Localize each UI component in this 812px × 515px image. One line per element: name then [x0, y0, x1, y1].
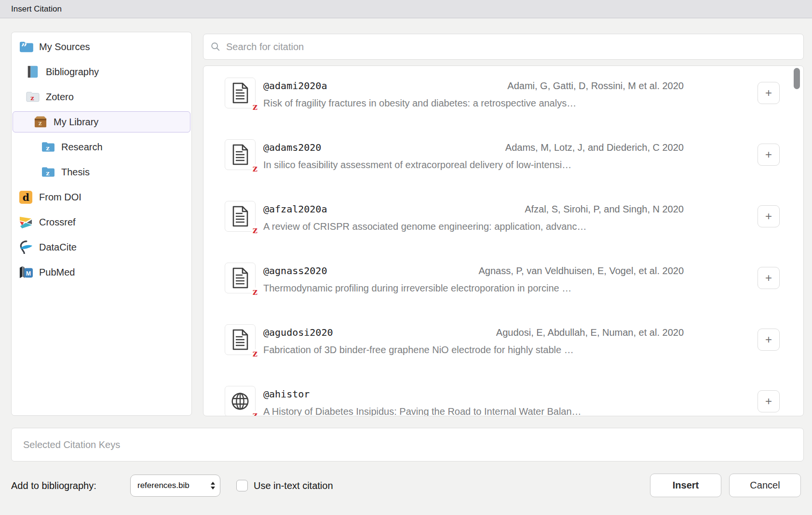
zotero-badge-icon: z: [252, 226, 258, 234]
search-icon: [210, 41, 221, 52]
citation-key: @agudosi2020: [263, 327, 333, 338]
citation-key: @afzal2020a: [263, 203, 327, 215]
citation-list: z@adami2020aAdami, G, Gatti, D, Rossini,…: [203, 66, 804, 416]
add-to-bibliography-label: Add to bibliography:: [11, 474, 96, 498]
dialog-title: Insert Citation: [11, 4, 62, 14]
svg-text:z: z: [46, 145, 49, 152]
add-citation-button[interactable]: +: [758, 267, 780, 289]
sidebar-item-my-sources[interactable]: ”My Sources: [13, 36, 190, 57]
document-icon: z: [225, 78, 256, 108]
sidebar-item-thesis[interactable]: zThesis: [13, 161, 190, 183]
collection-icon: z: [41, 165, 55, 179]
zotero-badge-icon: z: [252, 164, 258, 172]
collection-icon: z: [41, 140, 55, 154]
zotero-icon: z: [25, 90, 40, 104]
bibliography-file-value: references.bib: [137, 481, 189, 490]
sidebar-item-datacite[interactable]: DataCite: [13, 237, 190, 258]
sidebar-item-bibliography[interactable]: Bibliography: [13, 61, 190, 82]
add-citation-button[interactable]: +: [758, 390, 780, 412]
sidebar-item-label: Zotero: [46, 92, 74, 103]
sidebar-item-label: Bibliography: [46, 66, 99, 78]
use-intext-citation-checkbox[interactable]: [236, 480, 248, 491]
sidebar-item-my-library[interactable]: zMy Library: [13, 111, 190, 132]
my-library-icon: z: [33, 115, 48, 129]
zotero-badge-icon: z: [252, 411, 258, 416]
citation-authors: Agudosi, E, Abdullah, E, Numan, et al. 2…: [496, 327, 684, 338]
bibliography-file-select[interactable]: references.bib: [130, 475, 220, 497]
citation-key: @adami2020a: [263, 80, 327, 92]
add-citation-button[interactable]: +: [758, 82, 780, 104]
select-arrows-icon: [210, 481, 216, 490]
search-input[interactable]: [225, 41, 797, 53]
my-sources-icon: ”: [18, 40, 33, 54]
sidebar-item-crossref[interactable]: Crossref: [13, 211, 190, 233]
citation-key: @adams2020: [263, 142, 321, 153]
crossref-icon: [18, 215, 33, 229]
svg-text:d: d: [23, 192, 29, 203]
zotero-badge-icon: z: [252, 349, 258, 357]
citation-title: Risk of fragility fractures in obesity a…: [263, 98, 692, 109]
svg-text:M: M: [26, 270, 31, 277]
document-icon: z: [225, 324, 256, 355]
sidebar-item-label: My Sources: [39, 41, 90, 53]
add-citation-button[interactable]: +: [758, 329, 780, 351]
bibliography-icon: [25, 65, 40, 79]
document-icon: z: [225, 139, 256, 170]
add-citation-button[interactable]: +: [758, 205, 780, 227]
citation-row: z@afzal2020aAfzal, S, Sirohi, P, and Sin…: [203, 201, 804, 232]
sidebar-item-label: From DOI: [39, 192, 81, 203]
globe-icon: z: [225, 386, 256, 416]
svg-text:z: z: [38, 120, 41, 127]
citation-authors: Adams, M, Lotz, J, and Diederich, C 2020: [505, 142, 684, 153]
citation-title: Thermodynamic profiling during irreversi…: [263, 283, 692, 294]
selected-citation-keys-field[interactable]: [11, 428, 804, 462]
use-intext-citation-label: Use in-text citation: [254, 474, 333, 498]
citation-title: Fabrication of 3D binder-free graphene N…: [263, 344, 692, 356]
svg-text:z: z: [46, 170, 49, 177]
sidebar-item-from-doi[interactable]: dFrom DOI: [13, 186, 190, 208]
sidebar-item-pubmed[interactable]: MPubMed: [13, 262, 190, 283]
dialog-titlebar: Insert Citation: [0, 0, 812, 18]
citation-key: @ahistor: [263, 388, 310, 400]
document-icon: z: [225, 263, 256, 293]
svg-text:”: ”: [21, 41, 27, 53]
citation-key: @agnass2020: [263, 265, 327, 277]
selected-citation-keys-input[interactable]: [22, 439, 793, 451]
sidebar-item-label: PubMed: [39, 267, 75, 278]
sources-sidebar: ”My SourcesBibliographyzZoterozMy Librar…: [11, 32, 192, 416]
svg-text:z: z: [30, 94, 34, 102]
citation-row: z@agnass2020Agnass, P, van Veldhuisen, E…: [203, 263, 804, 293]
cancel-button[interactable]: Cancel: [729, 474, 801, 497]
citation-authors: Agnass, P, van Veldhuisen, E, Vogel, et …: [479, 265, 684, 277]
citation-row: z@ahistorA History of Diabetes Insipidus…: [203, 386, 804, 416]
citation-authors: Afzal, S, Sirohi, P, and Singh, N 2020: [525, 204, 684, 215]
citation-title: In silico feasibility assessment of extr…: [263, 159, 692, 171]
zotero-badge-icon: z: [252, 288, 258, 296]
citation-authors: Adami, G, Gatti, D, Rossini, M et al. 20…: [507, 80, 684, 92]
citation-row: z@adami2020aAdami, G, Gatti, D, Rossini,…: [203, 78, 804, 108]
sidebar-item-label: Thesis: [61, 167, 90, 178]
sidebar-item-label: DataCite: [39, 242, 77, 253]
insert-button[interactable]: Insert: [650, 474, 721, 497]
datacite-icon: [18, 240, 33, 254]
citation-row: z@agudosi2020Agudosi, E, Abdullah, E, Nu…: [203, 324, 804, 355]
sidebar-item-research[interactable]: zResearch: [13, 136, 190, 158]
sidebar-item-label: Research: [61, 142, 103, 153]
citation-title: A History of Diabetes Insipidus: Paving …: [263, 406, 692, 416]
zotero-badge-icon: z: [252, 103, 258, 111]
citation-row: z@adams2020Adams, M, Lotz, J, and Dieder…: [203, 139, 804, 170]
document-icon: z: [225, 201, 256, 232]
sidebar-item-label: Crossref: [39, 217, 76, 228]
sidebar-item-zotero[interactable]: zZotero: [13, 86, 190, 107]
pubmed-icon: M: [18, 265, 33, 279]
citation-title: A review of CRISPR associated genome eng…: [263, 221, 692, 232]
sidebar-item-label: My Library: [54, 117, 98, 128]
add-citation-button[interactable]: +: [758, 144, 780, 166]
doi-icon: d: [18, 190, 33, 204]
citation-search-box[interactable]: [203, 34, 804, 60]
